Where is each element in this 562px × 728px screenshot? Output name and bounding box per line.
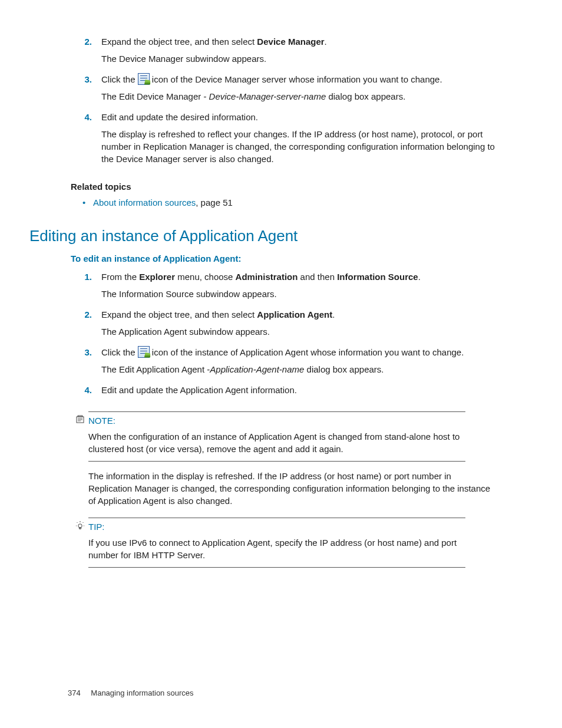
step-number: 4. <box>29 111 101 170</box>
step-a4: 4. Edit and update the desired informati… <box>29 111 497 170</box>
tip-callout: TIP: If you use IPv6 to connect to Appli… <box>88 518 465 568</box>
step-number: 3. <box>29 346 101 380</box>
step-number: 4. <box>29 384 101 401</box>
italic-text: Application-Agent-name <box>210 364 304 374</box>
step-body: Click the icon of the instance of Applic… <box>101 346 497 380</box>
step-b3: 3. Click the icon of the instance of App… <box>29 346 497 380</box>
note-label: NOTE: <box>88 414 115 427</box>
bullet-icon: • <box>82 196 93 209</box>
page-footer: 374 Managing information sources <box>68 688 193 699</box>
related-topic-item: • About information sources, page 51 <box>82 196 497 209</box>
step-body: Click the icon of the Device Manager ser… <box>101 73 497 107</box>
rule <box>88 461 465 462</box>
related-topics-heading: Related topics <box>71 180 497 193</box>
text: The display is refreshed to reflect your… <box>101 128 497 165</box>
bold-text: Information Source <box>337 272 418 282</box>
text: Expand the object tree, and then select <box>101 37 257 47</box>
text: icon of the instance of Application Agen… <box>150 347 464 357</box>
related-link[interactable]: About information sources <box>93 197 196 207</box>
text: dialog box appears. <box>304 364 384 374</box>
step-b4: 4. Edit and update the Application Agent… <box>29 384 497 401</box>
note-icon <box>74 414 86 427</box>
svg-rect-2 <box>80 528 81 529</box>
bold-text: Device Manager <box>257 37 324 47</box>
edit-icon <box>138 346 150 358</box>
page-number: 374 <box>68 689 81 697</box>
tip-text: If you use IPv6 to connect to Applicatio… <box>88 536 465 561</box>
note-callout: NOTE: When the configuration of an insta… <box>88 411 465 462</box>
text: icon of the Device Manager server whose … <box>150 74 442 84</box>
step-number: 2. <box>29 35 101 70</box>
text: and then <box>297 272 337 282</box>
footer-title: Managing information sources <box>91 689 193 697</box>
step-number: 2. <box>29 308 101 342</box>
paragraph: The information in the display is refres… <box>88 470 495 507</box>
text: Expand the object tree, and then select <box>101 309 257 319</box>
svg-point-1 <box>78 524 82 528</box>
rule <box>88 411 465 412</box>
step-number: 3. <box>29 73 101 107</box>
step-a3: 3. Click the icon of the Device Manager … <box>29 73 497 107</box>
step-number: 1. <box>29 271 101 305</box>
italic-text: Device-Manager-server-name <box>209 91 326 101</box>
note-text: When the configuration of an instance of… <box>88 430 465 455</box>
text: . <box>332 309 335 319</box>
text: Click the <box>101 347 138 357</box>
text: The Edit Application Agent - <box>101 364 210 374</box>
text: menu, choose <box>175 272 236 282</box>
step-body: Edit and update the Application Agent in… <box>101 384 497 401</box>
step-a2: 2. Expand the object tree, and then sele… <box>29 35 497 70</box>
step-body: From the Explorer menu, choose Administr… <box>101 271 497 305</box>
text: , page 51 <box>196 197 233 207</box>
text: From the <box>101 272 139 282</box>
text: Edit and update the Application Agent in… <box>101 384 497 396</box>
text: The Application Agent subwindow appears. <box>101 325 497 338</box>
text: dialog box appears. <box>326 91 405 101</box>
procedure-heading: To edit an instance of Application Agent… <box>71 252 497 265</box>
text: . <box>418 272 421 282</box>
step-body: Expand the object tree, and then select … <box>101 308 497 342</box>
bold-text: Administration <box>236 272 298 282</box>
step-body: Edit and update the desired information.… <box>101 111 497 170</box>
step-body: Expand the object tree, and then select … <box>101 35 497 70</box>
text: . <box>325 37 327 47</box>
section-heading: Editing an instance of Application Agent <box>29 225 497 246</box>
step-b2: 2. Expand the object tree, and then sele… <box>29 308 497 342</box>
tip-label: TIP: <box>88 521 105 533</box>
tip-icon <box>74 521 86 533</box>
text: Edit and update the desired information. <box>101 111 497 123</box>
text: The Edit Device Manager - <box>101 91 209 101</box>
text: The Information Source subwindow appears… <box>101 288 497 300</box>
edit-icon <box>138 73 150 85</box>
step-b1: 1. From the Explorer menu, choose Admini… <box>29 271 497 305</box>
rule <box>88 518 465 518</box>
text: The Device Manager subwindow appears. <box>101 52 497 65</box>
text: Click the <box>101 74 138 84</box>
bold-text: Explorer <box>139 272 175 282</box>
bold-text: Application Agent <box>257 309 332 319</box>
rule <box>88 567 465 568</box>
